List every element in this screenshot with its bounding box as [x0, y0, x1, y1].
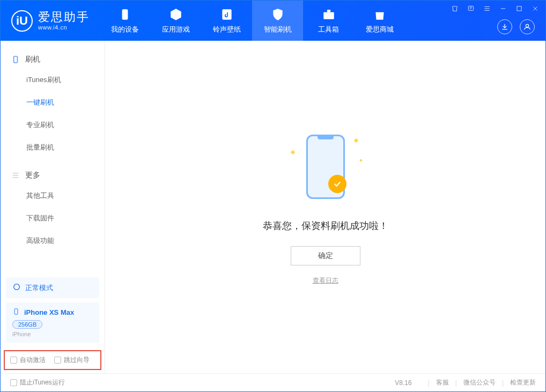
checkbox-label: 跳过向导: [64, 356, 90, 365]
device-name: iPhone XS Max: [24, 308, 74, 316]
tab-label: 智能刷机: [264, 25, 292, 34]
body: 刷机 iTunes刷机 一键刷机 专业刷机 批量刷机 更多 其他工具 下载固件 …: [1, 41, 545, 373]
sparkle-icon: [290, 150, 294, 154]
sidebar-group-flash: 刷机: [1, 50, 105, 69]
device-storage: 256GB: [12, 320, 42, 329]
divider: |: [455, 379, 457, 387]
logo-area: iU 爱思助手 www.i4.cn: [1, 1, 99, 41]
footer: 阻止iTunes运行 V8.16 | 客服 | 微信公众号 | 检查更新: [1, 373, 545, 391]
sparkle-icon: [359, 159, 363, 162]
phone-outline-icon: [11, 55, 20, 64]
app-logo-icon: iU: [11, 10, 33, 32]
svg-rect-7: [14, 56, 18, 63]
wechat-link[interactable]: 微信公众号: [463, 378, 496, 387]
svg-rect-1: [222, 9, 231, 20]
checkbox-skip-guide[interactable]: 跳过向导: [54, 356, 90, 365]
view-log-link[interactable]: 查看日志: [313, 276, 338, 285]
tab-label: 爱思商城: [366, 25, 394, 34]
device-mode-box[interactable]: 正常模式: [6, 277, 99, 298]
device-icon: [118, 8, 132, 21]
phone-notch-icon: [318, 136, 334, 139]
music-note-icon: [220, 8, 234, 21]
success-message: 恭喜您，保资料刷机成功啦！: [263, 219, 388, 232]
tshirt-icon[interactable]: [450, 4, 460, 13]
check-badge-icon: [328, 175, 346, 193]
maximize-icon[interactable]: [514, 4, 524, 13]
phone-small-icon: [12, 308, 20, 317]
checkbox-label: 阻止iTunes运行: [20, 378, 65, 387]
main-content: 恭喜您，保资料刷机成功啦！ 确定 查看日志: [105, 41, 545, 373]
top-tabs: 我的设备 应用游戏 铃声壁纸 智能刷机 工具箱 爱思商城: [99, 1, 405, 41]
account-button[interactable]: [520, 19, 535, 34]
minimize-icon[interactable]: [498, 4, 508, 13]
tab-ringtones-wallpapers[interactable]: 铃声壁纸: [201, 1, 252, 41]
checkbox-icon: [54, 357, 61, 364]
sidebar-scroll: 刷机 iTunes刷机 一键刷机 专业刷机 批量刷机 更多 其他工具 下载固件 …: [1, 41, 105, 272]
app-title: 爱思助手: [38, 11, 90, 24]
bag-icon: [373, 8, 387, 21]
menu-icon[interactable]: [482, 4, 492, 13]
tab-toolbox[interactable]: 工具箱: [303, 1, 354, 41]
check-update-link[interactable]: 检查更新: [510, 378, 536, 387]
success-illustration: [288, 129, 363, 204]
tab-smart-flash[interactable]: 智能刷机: [252, 1, 303, 41]
tab-label: 我的设备: [111, 25, 139, 34]
sync-icon: [12, 283, 21, 293]
svg-rect-3: [327, 10, 330, 12]
tab-label: 工具箱: [318, 25, 339, 34]
sidebar-group-title: 更多: [25, 171, 40, 180]
download-button[interactable]: [497, 19, 512, 34]
sidebar-item-other-tools[interactable]: 其他工具: [1, 184, 105, 207]
support-link[interactable]: 客服: [436, 378, 449, 387]
cube-icon: [169, 8, 183, 21]
tab-store[interactable]: 爱思商城: [354, 1, 405, 41]
ok-button[interactable]: 确定: [291, 246, 360, 265]
footer-right: V8.16 | 客服 | 微信公众号 | 检查更新: [395, 378, 536, 387]
header: iU 爱思助手 www.i4.cn 我的设备 应用游戏 铃声壁纸 智能刷机: [1, 1, 545, 41]
sidebar-item-onekey-flash[interactable]: 一键刷机: [1, 91, 105, 114]
tab-label: 铃声壁纸: [213, 25, 241, 34]
header-right-buttons: [497, 19, 535, 34]
device-mode: 正常模式: [25, 283, 53, 293]
device-panel: 正常模式 iPhone XS Max 256GB iPhone: [1, 272, 105, 350]
app-url: www.i4.cn: [38, 24, 90, 31]
sidebar: 刷机 iTunes刷机 一键刷机 专业刷机 批量刷机 更多 其他工具 下载固件 …: [1, 41, 105, 373]
divider: |: [502, 379, 504, 387]
svg-point-6: [526, 24, 528, 27]
svg-rect-8: [14, 309, 18, 315]
phone-illustration-icon: [306, 135, 345, 199]
tab-apps-games[interactable]: 应用游戏: [150, 1, 201, 41]
sparkle-icon: [353, 138, 358, 142]
sidebar-group-title: 刷机: [25, 55, 40, 64]
version-label: V8.16: [395, 379, 411, 387]
device-type: iPhone: [12, 331, 93, 337]
close-icon[interactable]: [530, 4, 540, 13]
sidebar-group-more: 更多: [1, 166, 105, 184]
svg-rect-0: [122, 9, 128, 20]
sidebar-item-download-firmware[interactable]: 下载固件: [1, 207, 105, 230]
sidebar-item-advanced[interactable]: 高级功能: [1, 230, 105, 252]
checkbox-icon: [10, 357, 17, 364]
sidebar-item-pro-flash[interactable]: 专业刷机: [1, 114, 105, 136]
checkbox-icon: [10, 379, 17, 386]
briefcase-icon: [322, 8, 336, 21]
device-name-row: iPhone XS Max: [12, 308, 93, 317]
window-controls: [450, 4, 540, 13]
list-icon: [11, 171, 20, 180]
device-info-box[interactable]: iPhone XS Max 256GB iPhone: [6, 302, 99, 343]
checkbox-block-itunes[interactable]: 阻止iTunes运行: [10, 378, 65, 387]
logo-text: 爱思助手 www.i4.cn: [38, 11, 90, 30]
highlighted-checkbox-row: 自动激活 跳过向导: [4, 350, 101, 370]
svg-rect-4: [468, 6, 473, 10]
feedback-icon[interactable]: [466, 4, 476, 13]
divider: |: [428, 379, 430, 387]
tab-label: 应用游戏: [162, 25, 190, 34]
sidebar-item-batch-flash[interactable]: 批量刷机: [1, 136, 105, 159]
shield-sync-icon: [271, 8, 285, 21]
checkbox-label: 自动激活: [20, 356, 46, 365]
svg-rect-2: [323, 12, 334, 19]
app-window: iU 爱思助手 www.i4.cn 我的设备 应用游戏 铃声壁纸 智能刷机: [0, 0, 546, 392]
tab-my-device[interactable]: 我的设备: [99, 1, 150, 41]
checkbox-auto-activate[interactable]: 自动激活: [10, 356, 46, 365]
sidebar-item-itunes-flash[interactable]: iTunes刷机: [1, 69, 105, 91]
